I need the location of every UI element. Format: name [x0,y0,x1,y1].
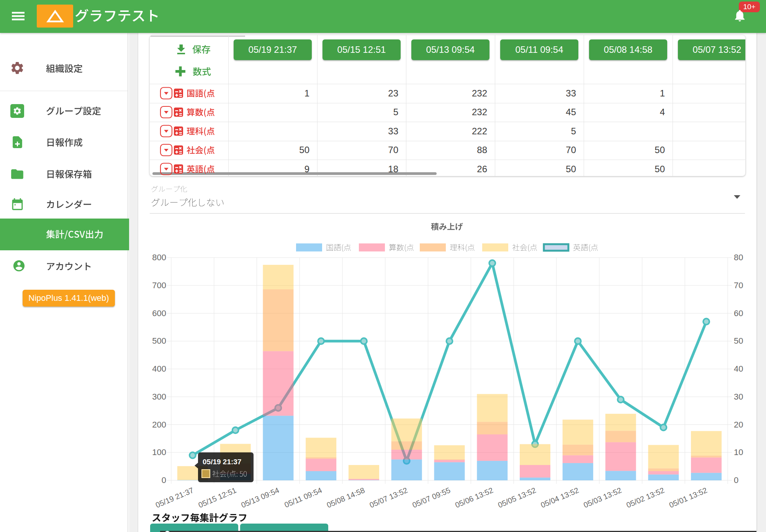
svg-text:05/01 13:52: 05/01 13:52 [668,486,709,509]
svg-text:500: 500 [152,336,166,346]
svg-text:200: 200 [152,420,166,429]
svg-text:05/08 14:58: 05/08 14:58 [326,486,366,509]
svg-text:80: 80 [734,253,743,262]
svg-text:05/19 21:37: 05/19 21:37 [203,458,241,466]
svg-text:05/07 13:52: 05/07 13:52 [368,486,409,509]
svg-text:05/11 09:54: 05/11 09:54 [283,486,323,509]
svg-text:20: 20 [734,420,743,429]
svg-text:100: 100 [152,447,166,457]
svg-text:05/05 13:52: 05/05 13:52 [497,486,537,509]
svg-text:0: 0 [734,475,738,485]
svg-text:70: 70 [734,281,743,290]
svg-text:50: 50 [734,336,743,346]
svg-text:05/19 21:37: 05/19 21:37 [154,486,195,509]
svg-text:40: 40 [734,364,743,374]
svg-text:10: 10 [734,447,743,457]
svg-text:300: 300 [152,392,166,401]
svg-text:30: 30 [734,392,743,401]
svg-text:05/07 09:55: 05/07 09:55 [411,486,452,509]
svg-text:05/13 09:54: 05/13 09:54 [240,486,280,509]
svg-text:400: 400 [152,364,166,374]
svg-text:600: 600 [152,308,166,318]
svg-text:05/02 13:52: 05/02 13:52 [625,486,666,509]
svg-text:700: 700 [152,281,166,290]
svg-text:800: 800 [152,253,166,262]
svg-text:05/15 12:51: 05/15 12:51 [197,486,237,509]
svg-text:05/06 13:52: 05/06 13:52 [454,486,494,509]
svg-text:05/03 13:52: 05/03 13:52 [582,486,623,509]
svg-text:05/04 13:52: 05/04 13:52 [540,486,580,509]
svg-text:60: 60 [734,308,743,318]
svg-text:0: 0 [162,475,166,485]
